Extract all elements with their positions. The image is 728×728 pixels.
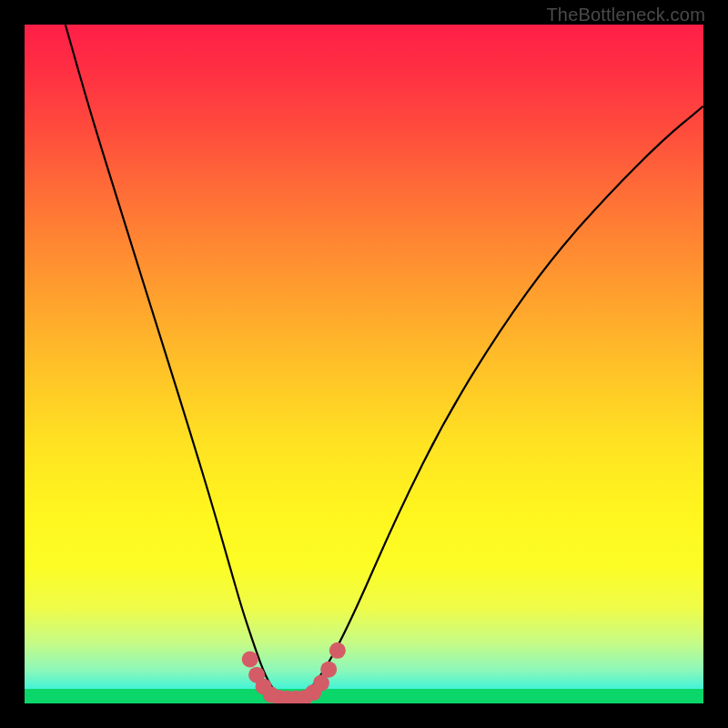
watermark-text: TheBottleneck.com xyxy=(546,5,705,25)
chart-frame: TheBottleneck.com xyxy=(0,0,728,728)
chart-svg xyxy=(25,25,703,703)
curve-line xyxy=(66,25,703,699)
marker-dot xyxy=(320,662,337,678)
marker-dot xyxy=(242,652,258,668)
marker-dot xyxy=(329,642,346,659)
bottleneck-curve xyxy=(66,25,703,699)
plot-area xyxy=(25,25,703,703)
